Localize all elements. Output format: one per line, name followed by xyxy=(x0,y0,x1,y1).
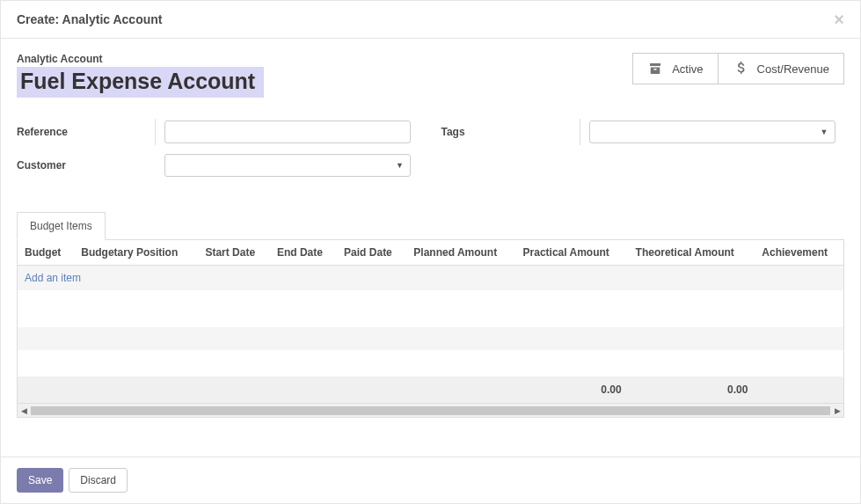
account-name-input[interactable]: Fuel Expense Account xyxy=(17,67,264,98)
form-col-left: Reference Customer ▼ xyxy=(17,119,420,186)
cost-revenue-label: Cost/Revenue xyxy=(757,62,829,76)
budget-table-wrap: Budget Budgetary Position Start Date End… xyxy=(17,240,844,418)
scroll-right-icon[interactable]: ▶ xyxy=(831,406,843,415)
table-header-row: Budget Budgetary Position Start Date End… xyxy=(18,240,844,266)
reference-input[interactable] xyxy=(164,121,411,143)
save-button[interactable]: Save xyxy=(17,468,63,493)
scroll-left-icon[interactable]: ◀ xyxy=(18,406,30,415)
dialog-body: Analytic Account Fuel Expense Account Ac… xyxy=(1,39,860,457)
discard-button[interactable]: Discard xyxy=(69,468,128,493)
add-item-row: Add an item xyxy=(18,266,844,291)
th-planned-amount[interactable]: Planned Amount xyxy=(406,240,515,266)
reference-row: Reference xyxy=(17,119,420,145)
tags-select[interactable] xyxy=(589,121,835,143)
account-label: Analytic Account xyxy=(17,53,264,65)
archive-icon xyxy=(647,61,663,77)
account-block: Analytic Account Fuel Expense Account xyxy=(17,53,264,98)
scroll-thumb[interactable] xyxy=(31,406,830,415)
customer-select[interactable] xyxy=(164,154,411,177)
top-row: Analytic Account Fuel Expense Account Ac… xyxy=(17,53,844,98)
total-theoretical: 0.00 xyxy=(629,376,755,403)
form-grid: Reference Customer ▼ xyxy=(17,119,844,186)
active-label: Active xyxy=(672,62,703,76)
th-end-date[interactable]: End Date xyxy=(270,240,337,266)
th-start-date[interactable]: Start Date xyxy=(198,240,269,266)
spacer-row xyxy=(18,290,844,327)
dialog-create-analytic-account: Create: Analytic Account × Analytic Acco… xyxy=(0,0,861,504)
add-item-link[interactable]: Add an item xyxy=(25,272,81,284)
th-paid-date[interactable]: Paid Date xyxy=(337,240,406,266)
horizontal-scrollbar[interactable]: ◀ ▶ xyxy=(18,403,843,417)
tags-row: Tags ▼ xyxy=(441,119,845,145)
customer-row: Customer ▼ xyxy=(17,152,420,179)
th-budget[interactable]: Budget xyxy=(18,240,74,266)
th-achievement[interactable]: Achievement xyxy=(755,240,844,266)
th-theoretical-amount[interactable]: Theoretical Amount xyxy=(629,240,755,266)
dialog-footer: Save Discard xyxy=(1,457,860,503)
close-icon[interactable]: × xyxy=(834,11,844,28)
active-button[interactable]: Active xyxy=(633,54,717,84)
dialog-header: Create: Analytic Account × xyxy=(1,1,860,39)
th-practical-amount[interactable]: Practical Amount xyxy=(516,240,629,266)
tab-budget-items[interactable]: Budget Items xyxy=(17,212,106,240)
stat-buttons: Active Cost/Revenue xyxy=(632,53,844,84)
tags-label: Tags xyxy=(441,119,580,145)
tabs: Budget Items xyxy=(17,212,844,240)
cost-revenue-button[interactable]: Cost/Revenue xyxy=(718,54,843,84)
dollar-icon xyxy=(733,61,748,77)
th-budgetary-position[interactable]: Budgetary Position xyxy=(74,240,198,266)
totals-row: 0.00 0.00 xyxy=(18,376,844,403)
band-row xyxy=(18,327,844,350)
customer-label: Customer xyxy=(17,152,156,179)
form-col-right: Tags ▼ xyxy=(441,119,845,186)
spacer-row xyxy=(18,350,844,376)
total-practical: 0.00 xyxy=(516,376,629,403)
dialog-title: Create: Analytic Account xyxy=(17,12,162,26)
reference-label: Reference xyxy=(17,119,156,145)
budget-table: Budget Budgetary Position Start Date End… xyxy=(18,240,844,403)
